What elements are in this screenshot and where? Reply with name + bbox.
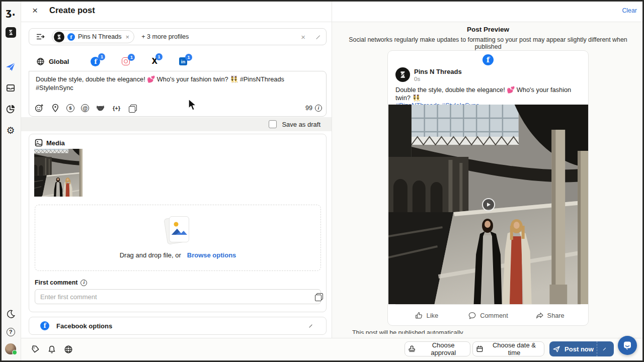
preview-timestamp: 0s (414, 76, 420, 82)
help-icon: ? (7, 328, 15, 336)
sidebar-item-publish[interactable] (0, 61, 21, 73)
sidebar-item-analytics[interactable] (0, 103, 21, 115)
app-sidebar: ʒ. ⚙ ? (0, 0, 21, 362)
sidebar-item-dark-mode[interactable] (0, 308, 21, 320)
editor-toolbar: $ @ 🤝 {+} 99 i (34, 103, 322, 113)
facebook-options-label: Facebook options (56, 322, 112, 330)
location-icon[interactable] (50, 103, 60, 113)
choose-datetime-label: Choose date & time (488, 341, 541, 356)
chevron-up-icon (603, 347, 608, 352)
remove-profile-icon[interactable]: × (126, 33, 130, 41)
sidebar-item-help[interactable]: ? (0, 326, 21, 338)
save-draft-bar: Save as draft (21, 117, 332, 131)
media-section-label: Media (46, 139, 65, 147)
info-icon[interactable]: i (80, 280, 87, 286)
facebook-icon: f (67, 33, 75, 41)
page-avatar (395, 67, 410, 82)
network-tabs: Global f 1 1 X 1 in 1 (29, 52, 327, 70)
tab-global-label: Global (49, 58, 69, 65)
labels-tag-icon[interactable] (30, 344, 40, 354)
preview-video[interactable] (388, 105, 588, 304)
media-thumbnail[interactable] (34, 149, 83, 197)
save-draft-label: Save as draft (282, 121, 320, 128)
choose-approval-label: Choose approval (420, 341, 467, 356)
post-now-button[interactable]: Post now (549, 341, 597, 356)
timezone-globe-icon[interactable] (63, 344, 73, 354)
first-comment-label: First comment (35, 279, 77, 286)
inbox-icon (6, 83, 16, 93)
tab-x[interactable]: X 1 (151, 57, 157, 66)
thumb-up-icon (415, 311, 423, 320)
tab-facebook[interactable]: f 1 (91, 57, 100, 66)
moon-icon (6, 309, 16, 319)
chevron-up-icon[interactable] (309, 324, 314, 330)
profile-avatar (54, 32, 64, 42)
file-dropzone[interactable]: Drag and drop file, orBrowse options (35, 205, 321, 271)
preview-text: Double the style, double the elegance! 💕… (395, 86, 571, 102)
globe-icon (36, 57, 45, 66)
facebook-preview-card: f Pins N Threads 0s Double the style, do… (387, 50, 589, 326)
like-button[interactable]: Like (395, 311, 457, 320)
handshake-icon[interactable]: 🤝 (96, 103, 105, 113)
pie-chart-icon (6, 104, 16, 114)
chat-widget-button[interactable] (618, 336, 637, 355)
sidebar-item-settings[interactable]: ⚙ (0, 124, 21, 136)
save-draft-checkbox[interactable] (269, 120, 277, 128)
preview-header: Clear (332, 0, 644, 22)
post-text[interactable]: Double the style, double the elegance! 💕… (36, 75, 320, 92)
variables-icon[interactable]: {+} (112, 103, 121, 113)
more-profiles-label[interactable]: + 3 more profiles (141, 33, 189, 40)
chevron-down-icon[interactable] (313, 32, 320, 39)
comment-icon (468, 311, 476, 320)
choose-datetime-button[interactable]: Choose date & time (472, 341, 544, 356)
create-post-window: ʒ. ⚙ ? × Create post (0, 0, 644, 362)
sidebar-item-inbox[interactable] (0, 82, 21, 94)
close-icon[interactable]: × (32, 5, 38, 16)
char-count: 99 (305, 105, 312, 112)
chat-icon (622, 340, 632, 350)
photo-stack-icon (167, 216, 190, 244)
clear-profiles-icon[interactable]: × (301, 33, 305, 41)
emoji-picker-icon[interactable] (34, 103, 44, 113)
post-editor[interactable]: Double the style, double the elegance! 💕… (29, 71, 327, 117)
profile-list-icon (36, 33, 45, 41)
logo-glyph: ʒ. (6, 7, 15, 18)
media-section: Media Drag and drop file, orBrowse optio… (29, 134, 327, 312)
approval-stamp-icon (408, 345, 416, 353)
share-button[interactable]: Share (519, 311, 581, 320)
choose-approval-button[interactable]: Choose approval (405, 341, 470, 356)
calendar-icon (476, 345, 484, 353)
x-badge: 1 (155, 53, 163, 60)
post-now-label: Post now (565, 345, 594, 353)
page-title: Create post (49, 6, 95, 15)
gear-icon: ⚙ (6, 126, 15, 135)
facebook-options-section[interactable]: f Facebook options (29, 317, 327, 335)
info-icon[interactable]: i (315, 105, 322, 112)
workspace-icon (6, 27, 16, 38)
action-bar: Choose approval Choose date & time Post … (21, 338, 644, 362)
product-tag-icon[interactable]: $ (66, 104, 74, 112)
tab-global[interactable]: Global (36, 57, 69, 66)
post-options-toggle[interactable] (597, 341, 614, 356)
clear-link[interactable]: Clear (622, 7, 637, 14)
sidebar-item-workspace[interactable] (0, 26, 21, 38)
post-now-split-button: Post now (549, 341, 614, 356)
share-icon (535, 311, 544, 320)
mention-icon[interactable]: @ (81, 104, 89, 112)
profile-selector[interactable]: f Pins N Threads × + 3 more profiles × (29, 28, 327, 45)
saved-captions-icon[interactable] (128, 103, 137, 113)
play-button[interactable] (482, 198, 495, 211)
preview-actions: Like Comment Share (395, 304, 581, 326)
browse-options-link[interactable]: Browse options (187, 251, 236, 259)
notifications-bell-icon[interactable] (47, 344, 57, 354)
selected-profile-chip[interactable]: f Pins N Threads × (52, 30, 134, 43)
play-icon (487, 203, 491, 207)
preview-footnote: This post will be published automaticall… (352, 329, 569, 334)
sidebar-item-account[interactable] (0, 343, 21, 355)
tab-instagram[interactable]: 1 (122, 57, 130, 65)
user-avatar (5, 343, 16, 354)
comment-button[interactable]: Comment (457, 311, 519, 320)
tab-linkedin[interactable]: in 1 (179, 57, 187, 65)
instagram-badge: 1 (128, 54, 135, 61)
first-comment-input[interactable] (35, 289, 321, 304)
